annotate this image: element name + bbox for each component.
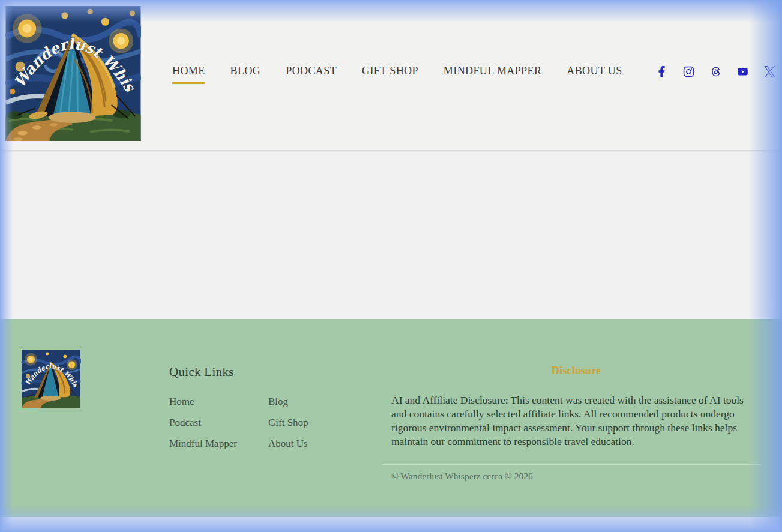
footer-link-podcast[interactable]: Podcast: [169, 417, 268, 429]
disclosure-title: Disclosure: [391, 365, 761, 377]
footer-link-about-us[interactable]: About Us: [268, 438, 367, 450]
site-footer: Wanderlust Whisperz Quick Links Home Pod…: [0, 319, 782, 517]
youtube-icon[interactable]: [737, 66, 748, 77]
main-content: [0, 150, 782, 319]
social-links: [656, 66, 775, 77]
main-nav: HOME BLOG PODCAST GIFT SHOP MINDFUL MAPP…: [172, 65, 622, 84]
footer-logo[interactable]: Wanderlust Whisperz: [21, 350, 81, 408]
bottom-strip: [0, 517, 782, 532]
disclosure-text: AI and Affiliate Disclosure: This conten…: [391, 393, 761, 449]
disclosure-section: Disclosure AI and Affiliate Disclosure: …: [391, 365, 761, 482]
quick-links-column-1: Home Podcast Mindful Mapper: [169, 396, 268, 450]
footer-link-blog[interactable]: Blog: [268, 396, 367, 408]
nav-blog[interactable]: BLOG: [230, 65, 261, 84]
facebook-icon[interactable]: [656, 66, 667, 77]
footer-link-mindful-mapper[interactable]: Mindful Mapper: [169, 438, 268, 450]
footer-logo-artwork-icon: Wanderlust Whisperz: [21, 350, 81, 408]
logo-artwork-icon: Wanderlust Whisperz: [5, 6, 141, 141]
footer-link-home[interactable]: Home: [169, 396, 268, 408]
nav-mindful-mapper[interactable]: MINDFUL MAPPER: [444, 65, 541, 84]
threads-icon[interactable]: [710, 66, 721, 77]
quick-links-column-2: Blog Gift Shop About Us: [268, 396, 367, 450]
nav-podcast[interactable]: PODCAST: [286, 65, 337, 84]
footer-divider: [382, 464, 761, 465]
quick-links-section: Quick Links Home Podcast Mindful Mapper …: [169, 365, 367, 450]
site-header: Wanderlust Whisperz HOME BLOG PODCAST GI…: [0, 0, 782, 150]
footer-link-gift-shop[interactable]: Gift Shop: [268, 417, 367, 429]
site-logo[interactable]: Wanderlust Whisperz: [5, 6, 141, 141]
copyright-text: © Wanderlust Whisperz cerca © 2026: [391, 471, 761, 482]
instagram-icon[interactable]: [683, 66, 694, 77]
nav-about-us[interactable]: ABOUT US: [567, 65, 622, 84]
page: Wanderlust Whisperz HOME BLOG PODCAST GI…: [0, 0, 782, 532]
nav-gift-shop[interactable]: GIFT SHOP: [362, 65, 418, 84]
x-twitter-icon[interactable]: [764, 66, 775, 77]
quick-links-title: Quick Links: [169, 365, 367, 380]
nav-home[interactable]: HOME: [172, 65, 205, 84]
